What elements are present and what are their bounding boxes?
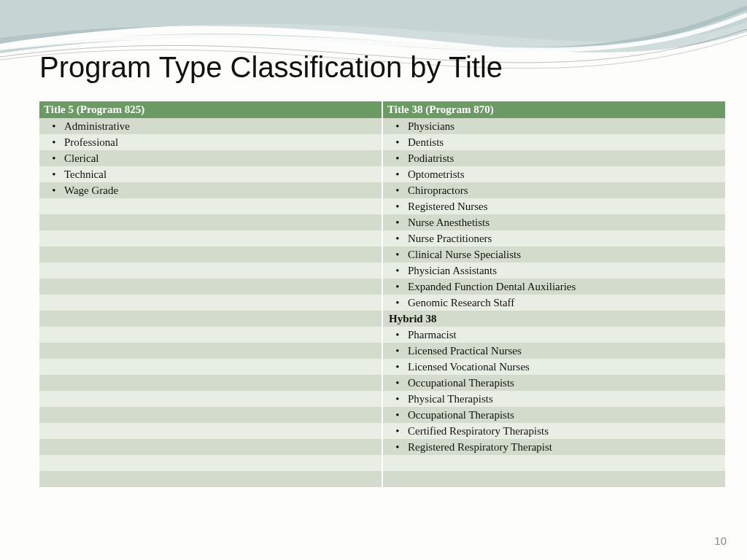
list-item-label: Clerical (64, 152, 377, 165)
list-item-label: Genomic Research Staff (408, 296, 721, 309)
bullet-icon: • (387, 249, 408, 260)
bullet-icon: • (387, 169, 408, 180)
cell-left (39, 279, 382, 295)
cell-left: •Wage Grade (39, 182, 382, 198)
bullet-icon: • (44, 121, 64, 132)
list-item-label: Chiropractors (408, 184, 721, 197)
list-item-label: Pharmacist (408, 328, 721, 341)
list-item-label: Administrative (64, 120, 377, 133)
subheading: Hybrid 38 (387, 313, 436, 324)
table-row: Hybrid 38 (39, 311, 725, 327)
cell-left (39, 343, 382, 359)
list-item-label: Physician Assistants (408, 264, 721, 277)
table-row: •Wage Grade•Chiropractors (39, 182, 725, 198)
cell-right: •Certified Respiratory Therapists (382, 423, 725, 439)
bullet-icon: • (387, 137, 408, 148)
bullet-icon: • (387, 185, 408, 196)
bullet-icon: • (387, 121, 408, 132)
classification-table: Title 5 (Program 825) Title 38 (Program … (39, 101, 725, 487)
cell-right: •Licensed Practical Nurses (382, 343, 725, 359)
cell-right: •Pharmacist (382, 327, 725, 343)
cell-left (39, 311, 382, 327)
bullet-icon: • (44, 169, 64, 180)
table-row: •Physician Assistants (39, 262, 725, 279)
table-row: •Occupational Therapists (39, 407, 725, 423)
bullet-icon: • (387, 281, 408, 292)
table-row: •Clinical Nurse Specialists (39, 246, 725, 262)
bullet-icon: • (387, 233, 408, 244)
table-row: •Licensed Practical Nurses (39, 343, 725, 359)
bullet-icon: • (387, 330, 408, 341)
cell-right: •Optometrists (382, 166, 725, 182)
list-item-label: Dentists (408, 136, 721, 149)
list-item-label: Podiatrists (408, 152, 721, 165)
list-item-label: Registered Nurses (408, 200, 721, 213)
cell-right: •Occupational Therapists (382, 375, 725, 391)
cell-right: •Expanded Function Dental Auxiliaries (382, 279, 725, 295)
list-item-label: Certified Respiratory Therapists (408, 424, 721, 438)
cell-right: •Genomic Research Staff (382, 295, 725, 311)
bullet-icon: • (387, 410, 408, 421)
cell-left (39, 230, 382, 246)
cell-right: •Physical Therapists (382, 391, 725, 407)
bullet-icon: • (387, 442, 408, 453)
cell-right: •Nurse Anesthetists (382, 214, 725, 230)
cell-right: •Chiropractors (382, 182, 725, 198)
cell-right: •Registered Respiratory Therapist (382, 439, 725, 455)
cell-left (39, 391, 382, 407)
cell-left (39, 471, 382, 487)
table-row (39, 455, 725, 471)
cell-left: •Technical (39, 166, 382, 182)
cell-right: •Dentists (382, 134, 725, 150)
list-item-label: Professional (64, 136, 377, 149)
list-item-label: Nurse Anesthetists (408, 216, 721, 229)
cell-right: •Physicians (382, 118, 725, 134)
cell-right: •Licensed Vocational Nurses (382, 359, 725, 375)
bullet-icon: • (387, 298, 408, 308)
cell-right: •Physician Assistants (382, 262, 725, 279)
cell-left: •Professional (39, 134, 382, 150)
cell-left (39, 455, 382, 471)
cell-left (39, 375, 382, 391)
cell-right (382, 455, 725, 471)
page-number: 10 (714, 534, 727, 547)
page-title: Program Type Classification by Title (39, 51, 708, 84)
cell-left (39, 295, 382, 311)
list-item-label: Physicians (408, 120, 721, 133)
table-row: •Genomic Research Staff (39, 295, 725, 311)
list-item-label: Licensed Vocational Nurses (408, 360, 721, 373)
cell-left (39, 439, 382, 455)
cell-right: •Podiatrists (382, 150, 725, 166)
table-row: •Technical•Optometrists (39, 166, 725, 182)
bullet-icon: • (387, 378, 408, 389)
list-item-label: Wage Grade (64, 184, 377, 197)
cell-right: •Nurse Practitioners (382, 230, 725, 246)
table-row: •Nurse Practitioners (39, 230, 725, 246)
bullet-icon: • (387, 153, 408, 164)
table-row: •Pharmacist (39, 327, 725, 343)
cell-left (39, 423, 382, 439)
table-row: •Professional•Dentists (39, 134, 725, 150)
table-row: •Licensed Vocational Nurses (39, 359, 725, 375)
list-item-label: Technical (64, 168, 377, 181)
table-row (39, 471, 725, 487)
bullet-icon: • (44, 137, 64, 148)
list-item-label: Licensed Practical Nurses (408, 344, 721, 357)
bullet-icon: • (387, 346, 408, 357)
table-row: •Registered Respiratory Therapist (39, 439, 725, 455)
bullet-icon: • (387, 265, 408, 276)
table-row: •Expanded Function Dental Auxiliaries (39, 279, 725, 295)
cell-right: Hybrid 38 (382, 311, 725, 327)
list-item-label: Optometrists (408, 168, 721, 181)
table-row: •Occupational Therapists (39, 375, 725, 391)
bullet-icon: • (44, 153, 64, 164)
cell-left (39, 407, 382, 423)
list-item-label: Occupational Therapists (408, 408, 721, 421)
list-item-label: Clinical Nurse Specialists (408, 248, 721, 261)
list-item-label: Nurse Practitioners (408, 232, 721, 245)
bullet-icon: • (387, 426, 408, 437)
cell-left (39, 327, 382, 343)
cell-left (39, 359, 382, 375)
bullet-icon: • (387, 362, 408, 373)
cell-right: •Clinical Nurse Specialists (382, 246, 725, 262)
